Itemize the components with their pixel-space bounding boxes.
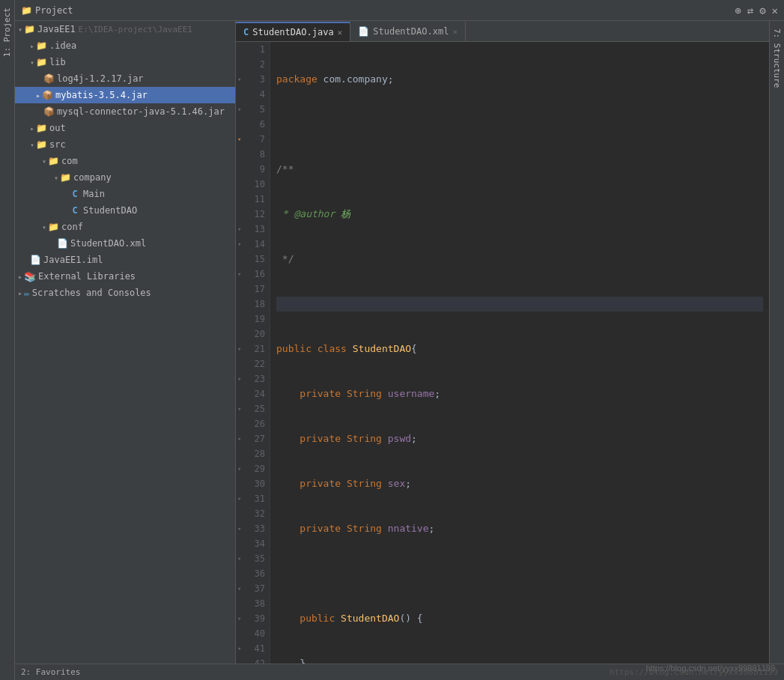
toolbar-add-icon[interactable]: ⊕ bbox=[735, 4, 741, 16]
line-num-37: ▾37 bbox=[236, 581, 270, 596]
jar-icon-mybatis: 📦 bbox=[42, 90, 53, 100]
toolbar-close-icon[interactable]: ✕ bbox=[772, 4, 778, 16]
tree-item-scratches[interactable]: ▸ ✏ Scratches and Consoles bbox=[15, 285, 235, 301]
fold-31[interactable]: ▾ bbox=[237, 495, 241, 503]
fold-33[interactable]: ▾ bbox=[237, 525, 241, 532]
tab-studentdao-java[interactable]: C StudentDAO.java ✕ bbox=[236, 22, 350, 41]
toolbar-split-icon[interactable]: ⇄ bbox=[747, 4, 753, 16]
tab-structure[interactable]: 7: Structure bbox=[771, 24, 783, 92]
tree-item-lib[interactable]: ▾ 📁 lib bbox=[15, 54, 235, 70]
tree-item-log4j[interactable]: 📦 log4j-1.2.17.jar bbox=[15, 70, 235, 87]
tree-item-javaee1[interactable]: ▾ 📁 JavaEE1 E:\IDEA-project\JavaEE1 bbox=[15, 21, 235, 37]
fold-3[interactable]: ▾ bbox=[237, 76, 241, 83]
tree-label-javaee1: JavaEE1 bbox=[37, 24, 76, 34]
tree-label-scratches: Scratches and Consoles bbox=[32, 288, 151, 298]
xml-icon: 📄 bbox=[57, 238, 68, 249]
arrow-icon-out: ▸ bbox=[30, 124, 34, 133]
tree-label-extlibs: External Libraries bbox=[38, 271, 136, 282]
line-num-12: 12 bbox=[236, 207, 270, 222]
fold-29[interactable]: ▾ bbox=[237, 465, 241, 473]
tree-path-javaee1: E:\IDEA-project\JavaEE1 bbox=[79, 25, 192, 34]
tree-item-idea[interactable]: ▸ 📁 .idea bbox=[15, 37, 235, 54]
bottom-favorites-tab[interactable]: 2: Favorites bbox=[21, 667, 80, 677]
tree-item-com[interactable]: ▾ 📁 com bbox=[15, 153, 235, 169]
tree-label-idea: .idea bbox=[49, 40, 76, 51]
line-num-42: 42 bbox=[236, 656, 270, 664]
folder-icon-company: 📁 bbox=[60, 172, 71, 183]
code-line-14: } bbox=[276, 656, 763, 664]
tree-label-conf: conf bbox=[61, 222, 83, 232]
code-line-10: private String sex; bbox=[276, 476, 763, 491]
tree-label-lib: lib bbox=[49, 57, 66, 67]
folder-icon-com: 📁 bbox=[48, 156, 59, 166]
fold-35[interactable]: ▾ bbox=[237, 555, 241, 562]
code-line-6 bbox=[276, 297, 763, 312]
line-num-9: 9 bbox=[236, 162, 270, 177]
fold-7[interactable]: ▾ bbox=[237, 136, 241, 143]
tree-label-studentdao-xml: StudentDAO.xml bbox=[70, 238, 146, 249]
line-num-18: 18 bbox=[236, 297, 270, 312]
line-num-35: ▾35 bbox=[236, 551, 270, 566]
fold-41[interactable]: ▾ bbox=[237, 645, 241, 652]
arrow-icon-conf: ▾ bbox=[42, 223, 46, 231]
line-num-36: 36 bbox=[236, 566, 270, 581]
fold-21[interactable]: ▾ bbox=[237, 345, 241, 353]
fold-16[interactable]: ▾ bbox=[237, 270, 241, 278]
line-num-34: 34 bbox=[236, 536, 270, 551]
tree-item-main[interactable]: C Main bbox=[15, 186, 235, 202]
tree-item-mybatis[interactable]: ▸ 📦 mybatis-3.5.4.jar bbox=[15, 87, 235, 103]
fold-13[interactable]: ▾ bbox=[237, 225, 241, 233]
arrow-icon-mybatis: ▸ bbox=[36, 91, 40, 100]
line-num-1: 1 bbox=[236, 42, 270, 57]
fold-23[interactable]: ▾ bbox=[237, 375, 241, 383]
tree-label-com: com bbox=[61, 156, 78, 166]
tree-label-src: src bbox=[49, 139, 66, 150]
tree-item-javaee1-iml[interactable]: 📄 JavaEE1.iml bbox=[15, 252, 235, 268]
tree-item-studentdao-java[interactable]: C StudentDAO bbox=[15, 202, 235, 219]
tree-item-mysql[interactable]: 📦 mysql-connector-java-5.1.46.jar bbox=[15, 103, 235, 120]
line-num-23: ▾23 bbox=[236, 371, 270, 386]
fold-39[interactable]: ▾ bbox=[237, 615, 241, 622]
scratches-icon: ✏ bbox=[24, 288, 30, 299]
arrow-icon-extlibs: ▸ bbox=[18, 273, 22, 281]
tab-studentdao-xml[interactable]: 📄 StudentDAO.xml ✕ bbox=[350, 22, 466, 41]
fold-27[interactable]: ▾ bbox=[237, 435, 241, 443]
line-num-19: 19 bbox=[236, 312, 270, 327]
jar-icon-log4j: 📦 bbox=[43, 73, 55, 84]
code-line-7: public class StudentDAO{ bbox=[276, 341, 763, 356]
line-num-6: 6 bbox=[236, 117, 270, 132]
jar-icon-mysql: 📦 bbox=[43, 106, 55, 117]
line-num-20: 20 bbox=[236, 327, 270, 341]
fold-25[interactable]: ▾ bbox=[237, 405, 241, 413]
editor-area: C StudentDAO.java ✕ 📄 StudentDAO.xml ✕ bbox=[236, 21, 769, 664]
arrow-icon-idea: ▸ bbox=[30, 42, 34, 50]
line-num-39: ▾39 bbox=[236, 611, 270, 626]
toolbar: 📁 Project ⊕ ⇄ ⚙ ✕ bbox=[15, 0, 784, 21]
tab-close-xml[interactable]: ✕ bbox=[452, 27, 458, 37]
fold-5[interactable]: ▾ bbox=[237, 106, 241, 113]
tree-label-mysql: mysql-connector-java-5.1.46.jar bbox=[57, 106, 225, 117]
code-editor[interactable]: 1 2 ▾3 4 ▾5 6 ▾7 8 9 bbox=[236, 42, 769, 664]
tab-close-java[interactable]: ✕ bbox=[338, 28, 343, 37]
fold-37[interactable]: ▾ bbox=[237, 585, 241, 592]
line-num-14: ▾14 bbox=[236, 237, 270, 252]
tree-item-studentdao-xml[interactable]: 📄 StudentDAO.xml bbox=[15, 235, 235, 252]
tree-item-src[interactable]: ▾ 📁 src bbox=[15, 136, 235, 153]
java-icon-studentdao: C bbox=[69, 205, 81, 216]
fold-14[interactable]: ▾ bbox=[237, 240, 241, 248]
tree-item-out[interactable]: ▸ 📁 out bbox=[15, 120, 235, 136]
folder-icon-lib: 📁 bbox=[36, 57, 47, 67]
toolbar-settings-icon[interactable]: ⚙ bbox=[759, 4, 765, 16]
line-numbers: 1 2 ▾3 4 ▾5 6 ▾7 8 9 bbox=[236, 42, 270, 664]
code-line-3: /** bbox=[276, 162, 763, 177]
code-content[interactable]: package com.company; /** * @author 杨 */ … bbox=[270, 42, 769, 664]
tree-item-extlibs[interactable]: ▸ 📚 External Libraries bbox=[15, 268, 235, 285]
tree-item-company[interactable]: ▾ 📁 company bbox=[15, 169, 235, 186]
line-num-5: ▾5 bbox=[236, 102, 270, 117]
tree-item-conf[interactable]: ▾ 📁 conf bbox=[15, 219, 235, 235]
code-line-5: */ bbox=[276, 252, 763, 267]
tab-project[interactable]: 1: Project bbox=[1, 3, 13, 61]
bottom-bar: 2: Favorites https://blog.csdn.net/yyxx9… bbox=[15, 664, 784, 680]
toolbar-project-label: Project bbox=[35, 5, 73, 16]
folder-icon-src: 📁 bbox=[36, 139, 47, 150]
